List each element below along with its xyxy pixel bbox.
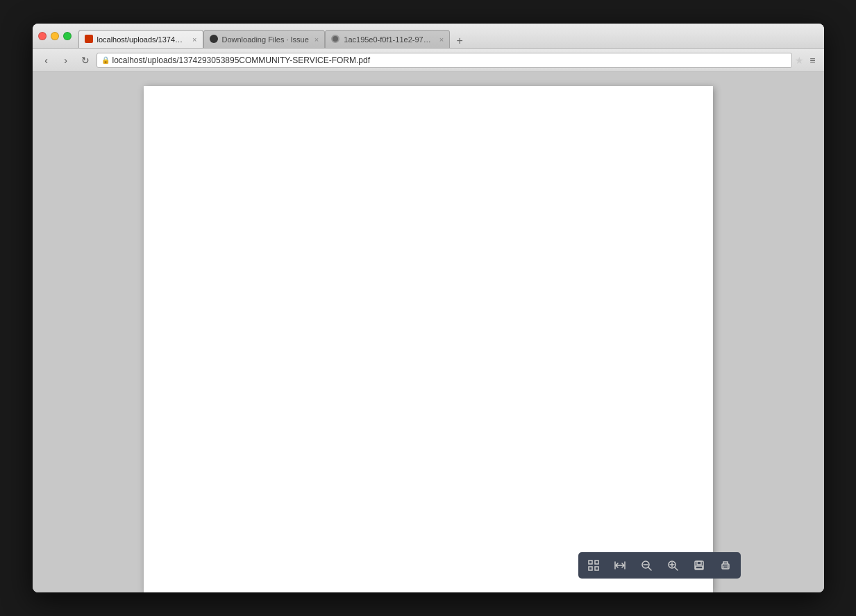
tab-1[interactable]: localhost/uploads/13742… × xyxy=(78,30,203,48)
print-button[interactable] xyxy=(713,555,738,576)
svg-rect-17 xyxy=(723,566,728,568)
tab-2-label: Downloading Files · Issue xyxy=(222,35,309,44)
tab-3-label: 1ac195e0-f0f1-11e2-97c… xyxy=(344,35,434,44)
back-button[interactable]: ‹ xyxy=(38,52,55,69)
tabs-container: localhost/uploads/13742… × Downloading F… xyxy=(78,24,819,48)
svg-line-10 xyxy=(675,567,678,570)
pdf-toolbar xyxy=(578,552,741,579)
nav-bar: ‹ › ↻ 🔒 localhost/uploads/1374293053895C… xyxy=(33,49,824,72)
svg-rect-15 xyxy=(696,566,703,569)
address-text: localhost/uploads/1374293053895COMMUNITY… xyxy=(112,55,788,65)
tab-3-favicon xyxy=(331,35,341,44)
tab-2-favicon xyxy=(210,35,219,44)
svg-point-18 xyxy=(727,565,728,566)
svg-rect-14 xyxy=(697,561,701,565)
new-tab-button[interactable]: + xyxy=(453,34,467,48)
fit-width-button[interactable] xyxy=(607,555,632,576)
svg-rect-2 xyxy=(589,567,592,570)
browser-window: localhost/uploads/13742… × Downloading F… xyxy=(33,24,824,592)
tab-2[interactable]: Downloading Files · Issue × xyxy=(203,30,326,48)
tab-3[interactable]: 1ac195e0-f0f1-11e2-97c… × xyxy=(325,30,450,48)
tab-1-favicon xyxy=(85,35,94,44)
bookmark-button[interactable]: ★ xyxy=(795,55,804,66)
address-bar-icon: 🔒 xyxy=(101,56,110,64)
tab-1-close[interactable]: × xyxy=(192,35,196,44)
tab-2-close[interactable]: × xyxy=(314,35,319,44)
svg-rect-13 xyxy=(695,561,703,570)
address-bar[interactable]: 🔒 localhost/uploads/1374293053895COMMUNI… xyxy=(96,53,793,68)
refresh-button[interactable]: ↻ xyxy=(77,52,94,69)
zoom-out-button[interactable] xyxy=(634,555,659,576)
svg-rect-1 xyxy=(595,561,598,564)
forward-button[interactable]: › xyxy=(58,52,74,69)
svg-line-7 xyxy=(648,567,651,570)
pdf-page xyxy=(144,86,713,592)
menu-button[interactable]: ≡ xyxy=(807,55,818,66)
svg-rect-3 xyxy=(595,567,598,570)
minimize-button[interactable] xyxy=(51,32,59,40)
content-area xyxy=(33,72,824,592)
tab-1-label: localhost/uploads/13742… xyxy=(97,35,187,44)
zoom-in-button[interactable] xyxy=(660,555,685,576)
fit-page-button[interactable] xyxy=(581,555,606,576)
svg-rect-0 xyxy=(589,561,592,564)
close-button[interactable] xyxy=(38,32,47,40)
traffic-lights xyxy=(38,32,72,40)
tab-3-close[interactable]: × xyxy=(439,35,444,44)
save-button[interactable] xyxy=(687,555,712,576)
maximize-button[interactable] xyxy=(63,32,72,40)
title-bar: localhost/uploads/13742… × Downloading F… xyxy=(33,24,824,49)
